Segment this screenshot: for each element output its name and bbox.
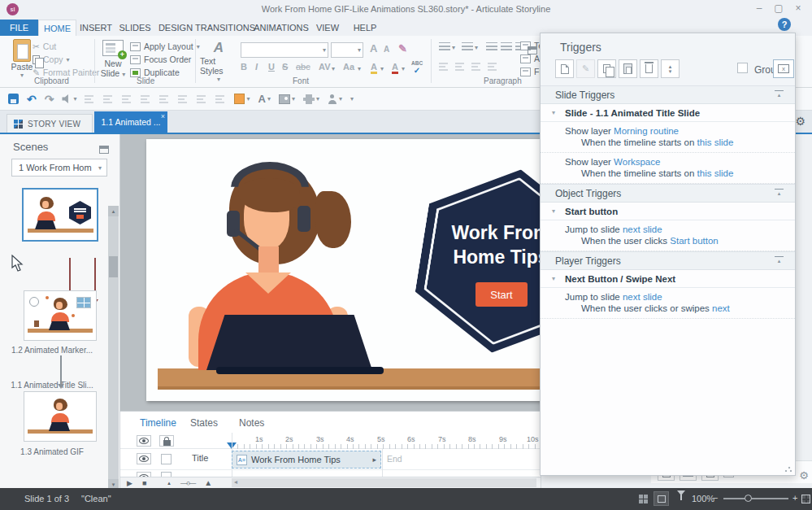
align-bottom-button[interactable] bbox=[178, 94, 189, 103]
font-color-quick-button[interactable]: A▾ bbox=[258, 93, 271, 105]
trigger-condition-link[interactable]: next bbox=[712, 303, 730, 313]
zoom-out-timeline-icon[interactable]: ▴ bbox=[167, 480, 171, 486]
slide-thumbnail-1-3[interactable] bbox=[24, 391, 97, 442]
spell-check-button[interactable]: ABC ✓ bbox=[411, 60, 423, 75]
edit-trigger-button[interactable]: ✎ bbox=[576, 59, 595, 78]
tab-slides[interactable]: SLIDES bbox=[115, 20, 154, 36]
layers-gear-icon[interactable]: ⚙ bbox=[799, 469, 809, 482]
align-left-quick-button[interactable] bbox=[85, 94, 95, 103]
focus-order-button[interactable]: Focus Order bbox=[130, 54, 191, 65]
trigger-action-link[interactable]: next slide bbox=[623, 292, 662, 302]
undo-button[interactable]: ↶ bbox=[27, 93, 37, 106]
zoom-slider-knob[interactable] bbox=[745, 495, 752, 502]
play-button[interactable]: ▶ bbox=[127, 479, 132, 487]
subscript-button[interactable]: abc bbox=[296, 62, 310, 72]
trigger-item[interactable]: Jump to slide next slide When the user c… bbox=[541, 288, 795, 319]
apply-layout-button[interactable]: Apply Layout ▾ bbox=[130, 41, 200, 52]
slide-thumbnail-1-1[interactable] bbox=[22, 188, 98, 242]
stop-button[interactable]: ■ bbox=[142, 479, 146, 487]
copy-trigger-button[interactable] bbox=[597, 59, 616, 78]
trigger-condition-link[interactable]: Start button bbox=[670, 236, 718, 246]
distribute-vertical-button[interactable] bbox=[215, 94, 226, 103]
scenes-scrollbar[interactable]: ▴ ▾ bbox=[108, 206, 119, 490]
caret-down-icon[interactable]: ▾ bbox=[552, 207, 555, 215]
new-slide-button[interactable]: + New Slide ▾ bbox=[99, 40, 127, 78]
close-button[interactable]: × bbox=[789, 2, 807, 14]
scroll-up-icon[interactable]: ▴ bbox=[108, 206, 119, 216]
grow-font-button[interactable]: A bbox=[370, 42, 377, 54]
tab-story-view[interactable]: STORY VIEW bbox=[7, 114, 93, 133]
trigger-action-link[interactable]: Morning routine bbox=[614, 126, 679, 136]
decrease-indent-button[interactable] bbox=[486, 42, 497, 51]
bold-button[interactable]: B bbox=[241, 62, 247, 72]
reorder-trigger-button[interactable]: ▴ ▾ bbox=[661, 59, 680, 78]
show-all-button[interactable] bbox=[137, 435, 151, 447]
timeline-scrollbar[interactable]: ◂ bbox=[232, 478, 536, 487]
change-case-button[interactable]: Aa bbox=[343, 62, 354, 72]
zoom-slider[interactable] bbox=[723, 498, 788, 499]
insert-character-button[interactable]: ▾ bbox=[328, 94, 342, 104]
tab-file[interactable]: FILE bbox=[0, 20, 38, 36]
cut-button[interactable]: ✂ Cut bbox=[33, 41, 56, 52]
strikethrough-button[interactable]: S bbox=[282, 62, 288, 72]
section-header-player-triggers[interactable]: Player Triggers ▴ bbox=[541, 251, 795, 270]
shrink-font-button[interactable]: A bbox=[384, 45, 389, 54]
audio-button[interactable]: ▾ bbox=[62, 94, 76, 103]
font-color-button[interactable]: A bbox=[392, 62, 398, 74]
trigger-item[interactable]: Jump to slide next slide When the user c… bbox=[541, 220, 795, 251]
zoom-out-button[interactable]: − bbox=[713, 493, 718, 503]
trigger-item[interactable]: Show layer Morning routine When the time… bbox=[541, 122, 795, 153]
tab-help[interactable]: HELP bbox=[346, 20, 384, 36]
scene-selector-dropdown[interactable]: 1 Work From Hom ▾ bbox=[11, 159, 107, 177]
maximize-button[interactable]: ▢ bbox=[770, 2, 788, 14]
collapse-section-icon[interactable]: ▴ bbox=[775, 90, 784, 98]
row-visibility-button[interactable] bbox=[137, 453, 151, 464]
caret-down-icon[interactable]: ▾ bbox=[552, 275, 555, 282]
minimize-button[interactable]: – bbox=[750, 2, 768, 14]
insert-picture-button[interactable]: ▾ bbox=[279, 94, 295, 104]
font-size-combo[interactable]: ▾ bbox=[331, 42, 363, 58]
trigger-item[interactable]: Show layer Workspace When the timeline s… bbox=[541, 153, 795, 184]
tab-states[interactable]: States bbox=[190, 417, 218, 429]
tab-design[interactable]: DESIGN bbox=[154, 20, 197, 36]
text-styles-button[interactable]: A Text Styles ▾ bbox=[200, 40, 237, 83]
save-button[interactable] bbox=[8, 94, 19, 104]
insert-video-button[interactable]: ▾ bbox=[303, 94, 319, 104]
panel-settings-gear-icon[interactable]: ⚙ bbox=[795, 115, 805, 128]
tab-insert[interactable]: INSERT bbox=[76, 20, 115, 36]
customize-toolbar-button[interactable]: ▾ bbox=[350, 95, 354, 102]
trigger-action-link[interactable]: Workspace bbox=[614, 157, 660, 167]
shape-fill-button[interactable]: ▾ bbox=[234, 94, 250, 104]
increase-indent-button[interactable] bbox=[501, 42, 512, 51]
tab-slide-1-1[interactable]: 1.1 Animated ... × bbox=[94, 111, 167, 133]
help-icon[interactable]: ? bbox=[778, 18, 791, 31]
align-center-button[interactable] bbox=[455, 62, 466, 71]
section-header-object-triggers[interactable]: Object Triggers ▴ bbox=[541, 184, 795, 203]
clear-formatting-button[interactable]: ✎ bbox=[398, 42, 407, 54]
new-trigger-button[interactable] bbox=[555, 59, 574, 78]
dock-panel-icon[interactable] bbox=[528, 46, 537, 54]
align-center-quick-button[interactable] bbox=[103, 94, 114, 103]
align-right-button[interactable] bbox=[471, 62, 482, 71]
copy-button[interactable]: Copy ▾ bbox=[33, 54, 70, 65]
group-checkbox[interactable] bbox=[737, 63, 748, 73]
collapse-section-icon[interactable]: ▴ bbox=[775, 256, 784, 264]
trigger-condition-link[interactable]: this slide bbox=[697, 137, 734, 147]
zoom-in-timeline-icon[interactable]: ▲ bbox=[204, 478, 212, 487]
slide-thumbnail-1-2[interactable] bbox=[24, 290, 97, 341]
trigger-group-row[interactable]: ▾ Slide - 1.1 Animated Title Slide bbox=[541, 104, 795, 122]
justify-button[interactable] bbox=[488, 62, 498, 71]
dock-panel-icon[interactable] bbox=[99, 146, 109, 154]
character-spacing-button[interactable]: AV bbox=[319, 62, 330, 72]
scrollbar-thumb[interactable] bbox=[109, 256, 118, 277]
align-top-button[interactable] bbox=[141, 94, 151, 103]
distribute-horizontal-button[interactable] bbox=[197, 94, 207, 103]
font-name-combo[interactable]: ▾ bbox=[241, 42, 328, 58]
tab-home[interactable]: HOME bbox=[38, 20, 76, 36]
manage-variables-button[interactable]: x bbox=[773, 59, 794, 78]
row-lock-checkbox[interactable] bbox=[161, 454, 172, 464]
tab-view[interactable]: VIEW bbox=[309, 20, 346, 36]
trigger-action-link[interactable]: next slide bbox=[623, 224, 662, 234]
lock-all-button[interactable] bbox=[159, 435, 174, 447]
fit-to-window-icon[interactable] bbox=[801, 495, 810, 503]
